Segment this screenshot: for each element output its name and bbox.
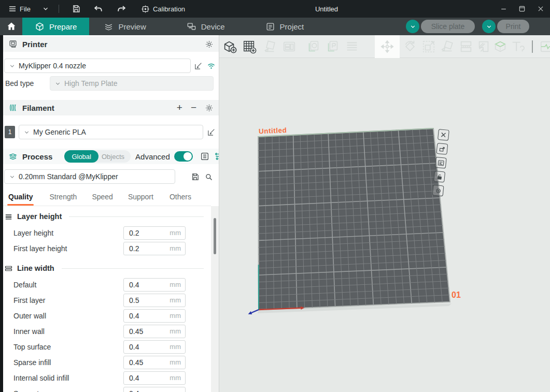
add-filament-button[interactable]: + bbox=[177, 102, 182, 113]
scope-objects-button[interactable]: Objects bbox=[98, 153, 131, 161]
param-input-box: mm bbox=[123, 226, 186, 240]
plate-name-label: Untitled bbox=[259, 126, 287, 135]
printer-preset-select[interactable]: MyKlipper 0.4 nozzle bbox=[4, 59, 191, 73]
variable-layer-height-button[interactable] bbox=[492, 38, 509, 55]
tab-project-label: Project bbox=[280, 22, 304, 31]
assembly-view-button[interactable] bbox=[539, 38, 550, 55]
process-list-icon[interactable] bbox=[200, 152, 209, 161]
scope-global-button[interactable]: Global bbox=[64, 150, 98, 163]
arrange-plate-icon[interactable] bbox=[436, 143, 448, 155]
redo-button[interactable] bbox=[114, 2, 130, 16]
hamburger-icon bbox=[8, 5, 17, 13]
filament-preset-value: My Generic PLA bbox=[33, 128, 86, 136]
search-preset-icon[interactable] bbox=[204, 172, 213, 181]
delete-plate-icon[interactable] bbox=[438, 129, 449, 141]
tab-others[interactable]: Others bbox=[170, 191, 191, 206]
section-rule bbox=[69, 216, 204, 217]
printer-settings-gear-icon[interactable] bbox=[205, 40, 214, 49]
calibration-button[interactable]: Calibration bbox=[138, 3, 188, 16]
section-title: Layer height bbox=[17, 212, 62, 221]
param-input-box: mm bbox=[123, 340, 186, 354]
save-preset-icon[interactable] bbox=[191, 172, 200, 181]
split-layout-button[interactable] bbox=[281, 38, 298, 55]
tab-strength[interactable]: Strength bbox=[49, 191, 77, 206]
print-button[interactable]: Print bbox=[497, 20, 529, 33]
plate-settings-icon[interactable] bbox=[435, 157, 447, 169]
fill-tool-button[interactable] bbox=[475, 38, 492, 55]
line-width-rows: DefaultmmFirst layermmOuter wallmmInner … bbox=[3, 277, 211, 392]
tab-speed[interactable]: Speed bbox=[92, 191, 112, 206]
minimize-button[interactable] bbox=[494, 0, 513, 18]
lock-plate-icon[interactable] bbox=[433, 171, 445, 183]
param-unit: mm bbox=[170, 312, 181, 320]
param-value-input[interactable] bbox=[124, 279, 163, 291]
param-value-input[interactable] bbox=[124, 372, 163, 384]
param-value-input[interactable] bbox=[124, 341, 163, 353]
cut-tool-button[interactable] bbox=[458, 38, 474, 55]
tab-quality[interactable]: Quality bbox=[8, 191, 33, 206]
param-input-box: mm bbox=[123, 309, 186, 323]
param-input-box: mm bbox=[123, 356, 186, 369]
scale-tool-button[interactable] bbox=[420, 38, 437, 55]
add-plate-button[interactable] bbox=[241, 38, 258, 55]
slice-plate-button[interactable]: Slice plate bbox=[421, 20, 475, 33]
tab-support[interactable]: Support bbox=[128, 191, 153, 206]
param-unit: mm bbox=[170, 296, 181, 304]
printer-section-header: Printer bbox=[3, 36, 219, 52]
home-button[interactable] bbox=[0, 18, 22, 35]
edit-printer-icon[interactable] bbox=[194, 62, 203, 70]
text-tool-button[interactable] bbox=[510, 38, 526, 55]
calibration-icon bbox=[141, 5, 150, 13]
sidebar-scroll-thumb[interactable] bbox=[214, 218, 216, 254]
wifi-connection-icon[interactable] bbox=[207, 62, 216, 70]
tab-project[interactable]: Project bbox=[254, 18, 316, 35]
slice-options-button[interactable] bbox=[406, 20, 419, 33]
tab-device[interactable]: Device bbox=[175, 18, 236, 35]
add-object-button[interactable] bbox=[221, 38, 238, 55]
tab-prepare[interactable]: Prepare bbox=[22, 18, 89, 35]
plate-number-label: 01 bbox=[452, 291, 461, 300]
param-value-input[interactable] bbox=[124, 325, 163, 338]
advanced-label: Advanced bbox=[135, 152, 170, 161]
undo-button[interactable] bbox=[90, 2, 106, 16]
advanced-toggle[interactable] bbox=[174, 151, 193, 162]
rotate-tool-button[interactable] bbox=[402, 38, 418, 55]
3d-viewport[interactable]: Untitled 01 bbox=[219, 35, 550, 392]
bed-type-label: Bed type bbox=[5, 79, 34, 88]
move-tool-button[interactable] bbox=[379, 38, 396, 55]
filament-preset-select[interactable]: My Generic PLA bbox=[19, 125, 203, 139]
close-button[interactable] bbox=[531, 0, 550, 18]
copy-button[interactable] bbox=[305, 38, 322, 55]
auto-arrange-button[interactable] bbox=[262, 38, 278, 55]
printer-section-title: Printer bbox=[22, 40, 47, 49]
tab-preview[interactable]: Preview bbox=[92, 18, 157, 35]
param-value-input[interactable] bbox=[124, 356, 163, 369]
param-value-input[interactable] bbox=[124, 294, 163, 307]
build-plate[interactable] bbox=[219, 58, 550, 392]
layers-list-button[interactable] bbox=[344, 38, 360, 55]
param-row: Supportmm bbox=[3, 386, 211, 392]
remove-filament-button[interactable]: − bbox=[191, 102, 196, 113]
section-rule bbox=[62, 268, 204, 269]
paste-button[interactable] bbox=[325, 38, 341, 55]
param-value-input[interactable] bbox=[124, 387, 163, 392]
menu-dropdown-button[interactable] bbox=[39, 3, 52, 14]
line-width-icon bbox=[4, 264, 13, 273]
filament-settings-gear-icon[interactable] bbox=[205, 104, 214, 112]
chevron-down-icon bbox=[42, 5, 49, 12]
process-preset-select[interactable]: 0.20mm Standard @MyKlipper bbox=[4, 169, 175, 184]
param-value-input[interactable] bbox=[124, 242, 163, 255]
save-button[interactable] bbox=[68, 2, 84, 16]
maximize-button[interactable] bbox=[513, 0, 531, 18]
param-value-input[interactable] bbox=[124, 227, 163, 239]
lay-flat-tool-button[interactable] bbox=[439, 38, 456, 55]
device-icon bbox=[187, 22, 196, 32]
main-menu-button[interactable]: File bbox=[5, 3, 34, 15]
print-options-button[interactable] bbox=[482, 20, 496, 33]
printer-icon bbox=[8, 39, 18, 49]
sidebar-scrollbar[interactable] bbox=[211, 206, 219, 392]
param-value-input[interactable] bbox=[124, 310, 163, 322]
bed-type-select[interactable]: High Temp Plate bbox=[50, 76, 214, 91]
plate-gear-icon[interactable] bbox=[432, 185, 444, 197]
edit-filament-icon[interactable] bbox=[207, 128, 216, 137]
